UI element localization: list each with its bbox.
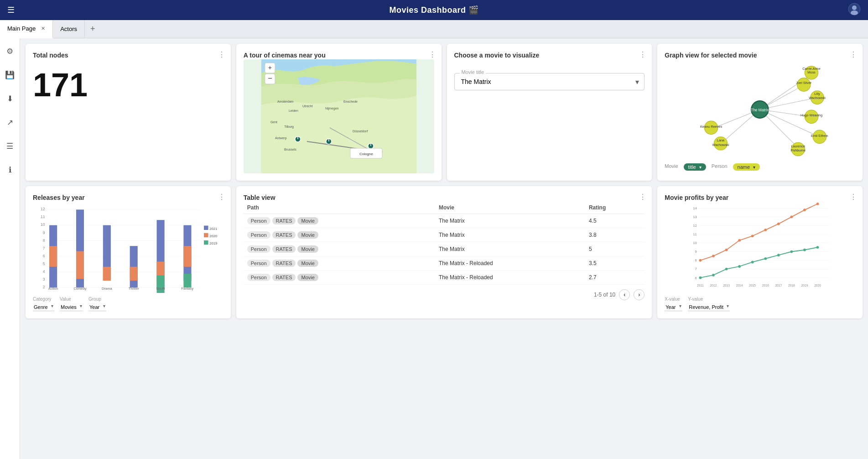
menu-icon[interactable]: ☰ xyxy=(7,5,15,15)
data-table: Path Movie Rating PersonRATESMovieThe Ma… xyxy=(244,202,645,285)
svg-point-126 xyxy=(790,215,793,218)
table-view-card: Table view ⋮ Path Movie Rating PersonRAT… xyxy=(236,186,652,318)
table-view-menu-icon[interactable]: ⋮ xyxy=(639,193,646,201)
releases-title: Releases by year xyxy=(33,194,85,201)
svg-rect-99 xyxy=(204,240,208,245)
svg-text:12: 12 xyxy=(693,224,697,228)
svg-text:2012: 2012 xyxy=(710,284,717,287)
total-nodes-value: 171 xyxy=(33,68,223,101)
svg-rect-97 xyxy=(204,233,208,237)
total-nodes-menu-icon[interactable]: ⋮ xyxy=(218,50,225,59)
line-chart-svg: 14 13 12 11 10 9 8 7 6 xyxy=(665,202,855,293)
tab-close-icon[interactable]: ✕ xyxy=(41,26,45,31)
releases-menu-icon[interactable]: ⋮ xyxy=(218,193,225,201)
svg-point-2 xyxy=(851,10,858,15)
profits-controls: X-value Year Y-value Revenue, Profit xyxy=(665,297,855,311)
svg-text:Brussels: Brussels xyxy=(284,148,296,151)
col-rating: Rating xyxy=(585,202,645,214)
svg-point-137 xyxy=(803,249,806,251)
svg-text:2014: 2014 xyxy=(736,284,743,287)
movie-select-card: Choose a movie to visualize ⋮ Movie titl… xyxy=(447,44,652,181)
svg-text:7: 7 xyxy=(695,267,697,271)
sidebar-save-icon[interactable]: 💾 xyxy=(3,68,17,82)
category-select[interactable]: Genre xyxy=(33,303,54,311)
table-row: PersonRATESMovieThe Matrix5 xyxy=(244,242,645,256)
total-nodes-title: Total nodes xyxy=(33,52,68,59)
table-cell-movie: The Matrix xyxy=(435,242,585,256)
movie-select-menu-icon[interactable]: ⋮ xyxy=(639,50,646,59)
y-value-select-wrap: Revenue, Profit xyxy=(688,303,730,311)
y-value-label: Y-value xyxy=(688,297,730,302)
svg-text:10: 10 xyxy=(41,222,45,227)
path-badge-movie: Movie xyxy=(297,245,318,253)
table-cell-path: PersonRATESMovie xyxy=(244,271,435,285)
map-container[interactable]: Amsterdam Leiden Utrecht Enschede Nijmeg… xyxy=(244,59,434,173)
svg-text:2: 2 xyxy=(43,285,45,289)
svg-text:Tilburg: Tilburg xyxy=(284,125,294,129)
table-row: PersonRATESMovieThe Matrix4.5 xyxy=(244,214,645,228)
col-movie: Movie xyxy=(435,202,585,214)
map-menu-icon[interactable]: ⋮ xyxy=(429,50,436,59)
value-select-wrap: Movies xyxy=(60,303,83,311)
svg-text:Fishburne: Fishburne xyxy=(791,148,806,152)
group-select-wrap: Year xyxy=(88,303,106,311)
table-next-button[interactable]: › xyxy=(634,289,645,300)
svg-text:8: 8 xyxy=(695,258,697,262)
sidebar-list-icon[interactable]: ☰ xyxy=(3,139,17,153)
svg-text:2013: 2013 xyxy=(723,284,730,287)
sidebar-download-icon[interactable]: ⬇ xyxy=(3,91,17,106)
svg-point-134 xyxy=(764,257,767,260)
x-value-select[interactable]: Year xyxy=(665,303,682,311)
tab-add-button[interactable]: + xyxy=(85,24,101,34)
movie-title-badge[interactable]: title ▾ xyxy=(684,163,706,171)
table-view-title: Table view xyxy=(244,194,275,201)
profits-title: Movie profits by year xyxy=(665,194,728,201)
table-cell-path: PersonRATESMovie xyxy=(244,242,435,256)
person-property-chevron: ▾ xyxy=(753,165,755,170)
svg-text:Emil Eifrem: Emil Eifrem xyxy=(811,134,828,138)
svg-point-124 xyxy=(764,229,767,231)
svg-text:13: 13 xyxy=(693,215,697,219)
path-badge-rates: RATES xyxy=(272,274,296,281)
svg-point-119 xyxy=(699,259,702,262)
svg-text:Comedy: Comedy xyxy=(73,287,86,291)
svg-text:Lana: Lana xyxy=(717,138,725,142)
col-path: Path xyxy=(244,202,435,214)
sidebar-settings-icon[interactable]: ⚙ xyxy=(3,44,17,58)
person-name-badge[interactable]: name ▾ xyxy=(733,163,760,171)
svg-text:Leiden: Leiden xyxy=(289,109,298,112)
svg-text:+: + xyxy=(268,64,272,71)
svg-text:2017: 2017 xyxy=(775,284,782,287)
svg-text:11: 11 xyxy=(693,232,697,236)
main-layout: ⚙ 💾 ⬇ ↗ ☰ ℹ Total nodes ⋮ 171 A tour of … xyxy=(0,38,868,459)
user-avatar-icon xyxy=(848,3,861,16)
graph-view-menu-icon[interactable]: ⋮ xyxy=(850,50,857,59)
svg-text:11: 11 xyxy=(41,214,45,219)
sidebar-share-icon[interactable]: ↗ xyxy=(3,115,17,130)
tab-actors-label: Actors xyxy=(60,26,77,32)
path-badge-movie: Movie xyxy=(297,274,318,281)
group-select[interactable]: Year xyxy=(88,303,106,311)
svg-point-136 xyxy=(790,250,793,253)
value-select[interactable]: Movies xyxy=(60,303,83,311)
table-cell-movie: The Matrix - Reloaded xyxy=(435,256,585,271)
table-prev-button[interactable]: ‹ xyxy=(619,289,630,300)
svg-point-135 xyxy=(777,254,780,256)
movie-property-label: title xyxy=(688,164,696,170)
user-icon[interactable] xyxy=(848,3,861,17)
profits-menu-icon[interactable]: ⋮ xyxy=(850,193,857,201)
svg-rect-81 xyxy=(103,267,111,281)
tab-main-page[interactable]: Main Page ✕ xyxy=(0,20,53,38)
svg-text:Hugo Weaving: Hugo Weaving xyxy=(800,113,822,117)
app-header: ☰ Movies Dashboard 🎬 xyxy=(0,0,868,20)
movie-title-select[interactable]: The Matrix The Matrix - Reloaded The Mat… xyxy=(454,73,645,90)
svg-text:12: 12 xyxy=(41,207,45,211)
y-value-control: Y-value Revenue, Profit xyxy=(688,297,730,311)
movie-select-wrapper: Movie title The Matrix The Matrix - Relo… xyxy=(454,73,645,90)
svg-text:Joel Silver: Joel Silver xyxy=(796,81,812,85)
y-value-select[interactable]: Revenue, Profit xyxy=(688,303,730,311)
tab-actors[interactable]: Actors xyxy=(53,20,85,38)
sidebar-info-icon[interactable]: ℹ xyxy=(3,162,17,177)
svg-point-120 xyxy=(712,255,715,257)
svg-text:Keanu Reeves: Keanu Reeves xyxy=(700,125,722,129)
